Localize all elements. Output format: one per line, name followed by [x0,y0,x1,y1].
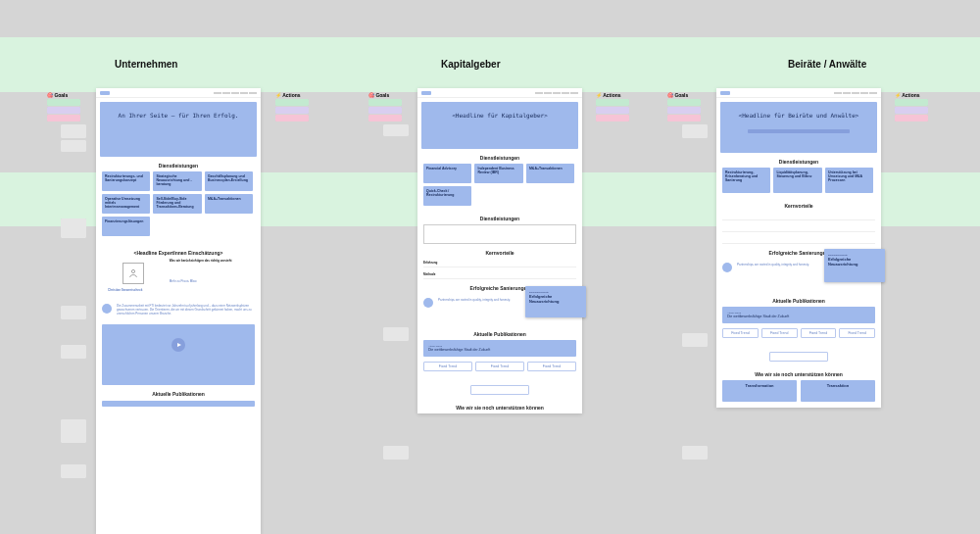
service-card[interactable]: Liquiditätsplanung, Steuerung und Bilanz [773,168,821,193]
frame-kapitalgeber[interactable]: <Headline für Kapitalgeber> Dienstleistu… [417,88,582,413]
action-note[interactable] [275,115,309,121]
more-button[interactable] [470,385,529,395]
section-support: Wie wir sie noch unterstützen können [417,405,582,411]
goal-note[interactable] [47,115,80,121]
service-card[interactable]: Financial Advisory [423,164,471,183]
goals-head-1: 🎯 Goals [47,92,68,99]
logo [720,91,730,95]
core-row [722,223,875,232]
goal-note[interactable] [368,107,402,114]
side-note[interactable] [61,345,86,359]
service-card[interactable]: Strategische Neuausrichtung und -beratun… [153,171,201,191]
publication-card[interactable]: Article Trend Die wettbewerbsfähige Stad… [722,307,875,323]
section-services2: Dienstleistungen [417,216,582,221]
side-note[interactable] [383,446,409,460]
service-cards: Financial Advisory Independent Business … [417,164,582,206]
nav-link [562,92,569,94]
nav-link [231,92,239,94]
service-card[interactable]: Restrukturierungs- und Sanierungskonzept [102,171,150,191]
nav-link [249,92,257,94]
side-note[interactable] [682,124,708,138]
float-reference-card[interactable]: Erfolgsgeschichte Erfolgreiche Neuausric… [525,286,586,317]
goal-note[interactable] [667,107,701,114]
tag-buttons: Fixed Trend Fixed Trend Fixed Trend [417,360,582,373]
frame-beiraete[interactable]: <Headline für Beiräte und Anwälte> Diens… [716,88,881,408]
support-card[interactable]: Transformation [722,380,797,402]
side-note[interactable] [383,327,409,341]
core-row: Methode [423,270,576,279]
tag-button[interactable]: Fixed Trend [761,328,798,338]
tag-button[interactable]: Fixed Trend [722,328,759,338]
quote-text: Die Zusammenarbeit mit FTI bedeutet vor … [117,304,255,316]
service-card[interactable]: Independent Business Review (IBR) [474,164,522,183]
nav-link [869,92,877,94]
goal-note[interactable] [667,99,701,106]
service-card[interactable]: Restrukturierung, Krisenberatung und San… [722,168,770,193]
side-note[interactable] [61,218,86,238]
nav-link [544,92,552,94]
video-block[interactable] [102,324,255,385]
service-card[interactable]: M&A+Transaktionen [526,164,574,183]
service-card[interactable]: Sell-Side/Buy-Side Förderung und Transak… [153,194,201,214]
goal-note[interactable] [368,99,402,106]
float-reference-card[interactable]: Erfolgsgeschichte Erfolgreiche Neuausric… [824,249,885,282]
expert-link[interactable]: Mehr zu Praxis Mlaw [170,279,253,283]
side-note[interactable] [61,124,86,138]
action-note[interactable] [895,99,928,106]
service-card[interactable]: Unterstützung bei Umsetzung und M&A Proz… [825,168,873,193]
action-note[interactable] [596,99,629,106]
frame-unternehmen[interactable]: An Ihrer Seite – für Ihren Erfolg. Diens… [96,88,261,534]
col-title-unternehmen: Unternehmen [115,59,177,70]
core-row [722,235,875,244]
avatar-circle [423,298,433,308]
hero-sub [726,121,871,125]
logo [100,91,110,95]
publication-card[interactable] [102,401,255,407]
hero-sub [106,121,251,129]
tag-button[interactable]: Fixed Trend [801,328,837,338]
goal-note[interactable] [47,107,80,114]
actions-head-3: ⚡ Actions [895,92,920,99]
service-card[interactable]: M&A+Transaktionen [205,194,253,214]
hero-cta[interactable] [748,129,850,133]
side-note[interactable] [61,464,86,478]
play-icon[interactable] [172,338,185,352]
goal-note[interactable] [368,115,402,121]
side-note[interactable] [61,306,86,319]
tag-button[interactable]: Fixed Trend [423,362,472,371]
goal-note[interactable] [667,115,701,121]
service-card[interactable]: Quick-Check / Restrukturierung [423,186,471,206]
person-icon [127,267,139,279]
service-card[interactable]: Finanzierungslösungen [102,217,150,236]
action-note[interactable] [275,107,309,114]
expert-right-heading: Was wir berücksichtigen das richtig vors… [170,259,253,263]
tag-button[interactable]: Fixed Trend [839,328,875,338]
action-note[interactable] [596,107,629,114]
side-note[interactable] [682,333,708,347]
action-note[interactable] [895,107,928,114]
tag-button[interactable]: Fixed Trend [475,362,524,371]
nav [417,88,582,98]
nav-link [214,92,221,94]
tag-button[interactable]: Fixed Trend [527,362,576,371]
hero-title: <Headline für Kapitalgeber> [427,112,572,119]
side-note[interactable] [383,124,409,136]
col-title-beiraete: Beiräte / Anwälte [788,59,866,70]
more-button[interactable] [769,352,828,362]
action-note[interactable] [895,115,928,121]
section-pubs: Aktuelle Publikationen [96,391,261,397]
hero-sub [427,121,572,125]
actions-head-1: ⚡ Actions [275,92,301,99]
side-note[interactable] [61,419,86,443]
service-card[interactable]: Geschäftsplanung und Businessplan-Erstel… [205,171,253,191]
action-note[interactable] [275,99,309,106]
support-card[interactable]: Transaktion [801,380,875,402]
service-card[interactable]: Operative Umsetzung mittels Interimsmana… [102,194,150,214]
action-note[interactable] [596,115,629,121]
figma-canvas[interactable]: Unternehmen 🎯 Goals ⚡ Actions An Ihrer S… [0,0,980,534]
core-row: Erfahrung [423,259,576,267]
goal-note[interactable] [47,99,80,106]
publication-card[interactable]: Article Trend Die wettbewerbsfähige Stad… [423,340,576,357]
side-note[interactable] [682,446,708,460]
side-note[interactable] [61,140,86,152]
